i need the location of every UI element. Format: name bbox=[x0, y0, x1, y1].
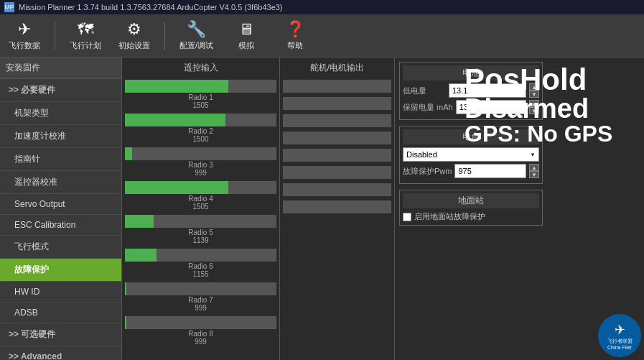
motor-channel-5 bbox=[283, 166, 391, 179]
motor-output-panel: 舵机/电机输出 bbox=[280, 57, 395, 360]
radio-dropdown-value: Disabled bbox=[406, 150, 437, 159]
toolbar: ✈ 飞行数据 🗺 飞行计划 ⚙ 初始设置 🔧 配置/调试 🖥 模拟 ❓ 帮助 bbox=[0, 14, 644, 57]
radio-bar-4 bbox=[125, 215, 154, 228]
pwm-up[interactable]: ▲ bbox=[529, 164, 539, 171]
sidebar-item-11[interactable]: ADSB bbox=[0, 303, 121, 323]
capacity-label: 保留电量 mAh bbox=[403, 102, 453, 113]
motor-channel-0 bbox=[283, 80, 391, 93]
radio-channel-7: Radio 8999 bbox=[125, 316, 276, 346]
app-icon: MP bbox=[4, 2, 14, 12]
motor-channel-1 bbox=[283, 97, 391, 110]
radio-channel-label-6: Radio 7999 bbox=[125, 296, 276, 312]
radio-channel-label-4: Radio 51139 bbox=[125, 229, 276, 244]
sidebar-item-13[interactable]: >> Advanced bbox=[0, 346, 121, 360]
voltage-label: 低电量 bbox=[403, 86, 446, 96]
toolbar-label-1: 飞行计划 bbox=[70, 40, 101, 51]
radio-channel-1: Radio 21500 bbox=[125, 114, 276, 143]
radio-bar-container-0 bbox=[125, 80, 276, 93]
flight-status: PosHold Disarmed GPS: No GPS bbox=[457, 57, 644, 152]
radio-bar-container-1 bbox=[125, 114, 276, 126]
motor-bar-container-0 bbox=[283, 80, 391, 93]
radio-bar-6 bbox=[125, 282, 126, 295]
motor-channel-2 bbox=[283, 114, 391, 127]
radio-panel-header: 遥控输入 bbox=[125, 60, 276, 75]
pwm-row: 故障保护Pwm 975 ▲ ▼ bbox=[403, 164, 539, 178]
title-text: Mission Planner 1.3.74 build 1.3.7563.27… bbox=[19, 3, 283, 11]
motor-bar-container-7 bbox=[283, 200, 391, 213]
ground-station-label: 启用地面站故障保护 bbox=[414, 211, 485, 222]
motor-channel-4 bbox=[283, 149, 391, 162]
radio-channel-label-7: Radio 8999 bbox=[125, 330, 276, 346]
motor-bar-container-3 bbox=[283, 131, 391, 144]
toolbar-label-5: 帮助 bbox=[287, 40, 303, 51]
motor-bar-container-4 bbox=[283, 149, 391, 162]
status-panel: PosHold Disarmed GPS: No GPS 电池 低电量 13.1… bbox=[395, 57, 644, 360]
radio-channel-0: Radio 11505 bbox=[125, 80, 276, 109]
sidebar-item-8[interactable]: 飞行模式 bbox=[0, 236, 121, 259]
sidebar-item-2[interactable]: 机架类型 bbox=[0, 102, 121, 125]
toolbar-item-1[interactable]: 🗺 飞行计划 bbox=[64, 17, 107, 54]
radio-channel-label-5: Radio 61155 bbox=[125, 262, 276, 278]
pwm-spinner[interactable]: ▲ ▼ bbox=[529, 164, 539, 178]
motor-channel-3 bbox=[283, 131, 391, 144]
radio-channel-label-3: Radio 41505 bbox=[125, 195, 276, 211]
motor-bar-container-5 bbox=[283, 166, 391, 179]
sidebar-item-12[interactable]: >> 可选硬件 bbox=[0, 323, 121, 346]
ground-station-checkbox-row: 启用地面站故障保护 bbox=[403, 211, 539, 222]
pwm-value[interactable]: 975 bbox=[454, 164, 526, 178]
radio-bar-3 bbox=[125, 181, 228, 194]
radio-channel-label-2: Radio 3999 bbox=[125, 161, 276, 177]
ground-station-title: 地面站 bbox=[403, 193, 539, 208]
toolbar-item-0[interactable]: ✈ 飞行数据 bbox=[3, 17, 46, 54]
radio-channel-6: Radio 7999 bbox=[125, 282, 276, 312]
sidebar-item-10[interactable]: HW ID bbox=[0, 282, 121, 303]
toolbar-icon-4: 🖥 bbox=[238, 20, 254, 39]
watermark-logo: ✈ 飞行者联盟 China Flier bbox=[598, 314, 641, 357]
radio-channel-label-0: Radio 11505 bbox=[125, 93, 276, 109]
pwm-label: 故障保护Pwm bbox=[403, 166, 452, 177]
toolbar-separator bbox=[164, 22, 165, 50]
sidebar-item-7[interactable]: ESC Calibration bbox=[0, 215, 121, 236]
radio-bar-container-3 bbox=[125, 181, 276, 194]
radio-bar-7 bbox=[125, 316, 126, 329]
motor-bar-container-6 bbox=[283, 183, 391, 196]
sidebar-item-5[interactable]: 遥控器校准 bbox=[0, 171, 121, 194]
sidebar-item-3[interactable]: 加速度计校准 bbox=[0, 125, 121, 148]
toolbar-item-2[interactable]: ⚙ 初始设置 bbox=[113, 17, 156, 54]
toolbar-separator bbox=[55, 22, 55, 50]
ground-station-checkbox[interactable] bbox=[403, 213, 411, 221]
toolbar-item-3[interactable]: 🔧 配置/调试 bbox=[174, 17, 219, 54]
sidebar: 安装固件>> 必要硬件机架类型加速度计校准指南针遥控器校准Servo Outpu… bbox=[0, 57, 122, 360]
motor-channel-6 bbox=[283, 183, 391, 196]
ground-station-section: 地面站 启用地面站故障保护 bbox=[399, 190, 543, 226]
radio-bar-2 bbox=[125, 147, 132, 160]
radio-bar-container-5 bbox=[125, 249, 276, 262]
content-area: 遥控输入 Radio 11505 Radio 21500 Radio 3999 … bbox=[122, 57, 644, 360]
radio-bar-container-6 bbox=[125, 282, 276, 295]
toolbar-item-4[interactable]: 🖥 模拟 bbox=[225, 17, 268, 54]
pwm-down[interactable]: ▼ bbox=[529, 171, 539, 178]
sidebar-item-9[interactable]: 故障保护 bbox=[0, 259, 121, 282]
titlebar: MP Mission Planner 1.3.74 build 1.3.7563… bbox=[0, 0, 644, 14]
toolbar-label-2: 初始设置 bbox=[118, 40, 150, 51]
watermark-text: 飞行者联盟 bbox=[607, 338, 633, 345]
toolbar-icon-2: ⚙ bbox=[127, 20, 141, 39]
radio-bar-5 bbox=[125, 249, 157, 262]
motor-bar-container-2 bbox=[283, 114, 391, 127]
motor-bar-container-1 bbox=[283, 97, 391, 110]
radio-channel-3: Radio 41505 bbox=[125, 181, 276, 211]
toolbar-item-5[interactable]: ❓ 帮助 bbox=[274, 17, 317, 54]
radio-bar-1 bbox=[125, 114, 225, 126]
radio-channel-4: Radio 51139 bbox=[125, 215, 276, 244]
radio-bar-container-4 bbox=[125, 215, 276, 228]
sidebar-item-0: 安装固件 bbox=[0, 57, 121, 79]
toolbar-icon-0: ✈ bbox=[18, 20, 31, 39]
watermark-subtext: China Flier bbox=[607, 345, 632, 350]
flight-mode: PosHold bbox=[465, 65, 637, 95]
toolbar-icon-3: 🔧 bbox=[187, 20, 206, 39]
sidebar-item-4[interactable]: 指南针 bbox=[0, 148, 121, 171]
sidebar-item-6[interactable]: Servo Output bbox=[0, 194, 121, 215]
toolbar-label-3: 配置/调试 bbox=[179, 40, 213, 51]
sidebar-item-1[interactable]: >> 必要硬件 bbox=[0, 79, 121, 102]
toolbar-icon-5: ❓ bbox=[286, 20, 305, 39]
